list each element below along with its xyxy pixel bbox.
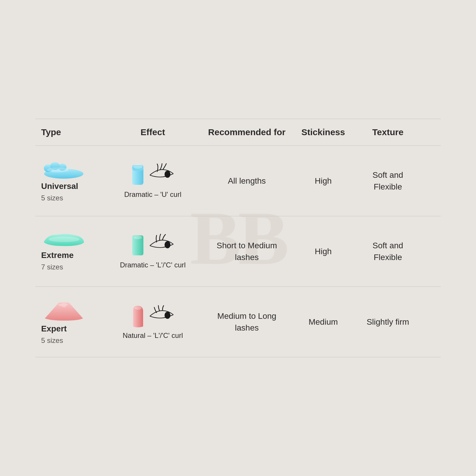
expert-name: Expert: [41, 324, 67, 333]
expert-mini-pad-icon: [131, 304, 145, 328]
type-cell-universal: Universal 5 sizes: [41, 160, 106, 202]
expert-texture: Slightly firm: [367, 316, 409, 328]
svg-point-11: [134, 236, 142, 239]
expert-sizes: 5 sizes: [41, 336, 63, 345]
effect-images-extreme: [131, 234, 175, 257]
expert-stickiness: Medium: [309, 317, 338, 327]
extreme-stickiness: High: [315, 247, 332, 256]
comparison-table: Type Effect Recommended for Stickiness T…: [35, 119, 441, 357]
effect-images-universal: [131, 163, 175, 187]
recommended-cell-universal: All lengths: [200, 175, 294, 187]
svg-point-4: [47, 167, 68, 172]
type-cell-expert: Expert 5 sizes: [41, 299, 106, 345]
universal-mini-pad-icon: [131, 163, 145, 187]
table-header: Type Effect Recommended for Stickiness T…: [35, 119, 441, 146]
col-stickiness-header: Stickiness: [294, 127, 353, 137]
expert-eye-icon: [148, 304, 175, 328]
expert-recommended: Medium to Longlashes: [217, 310, 276, 333]
svg-point-7: [133, 164, 143, 169]
col-effect-header: Effect: [106, 127, 200, 137]
stickiness-cell-extreme: High: [294, 247, 353, 256]
extreme-mini-pad-icon: [131, 234, 145, 257]
extreme-sizes: 7 sizes: [41, 263, 63, 271]
extreme-pad-icon: [41, 232, 87, 248]
effect-cell-extreme: Dramatic – 'L'/'C' curl: [106, 234, 200, 269]
svg-point-14: [165, 312, 170, 319]
recommended-cell-extreme: Short to Mediumlashes: [200, 240, 294, 263]
extreme-texture: Soft andFlexible: [373, 240, 403, 263]
svg-point-12: [165, 241, 170, 248]
row-extreme: Extreme 7 sizes: [35, 216, 441, 287]
recommended-cell-expert: Medium to Longlashes: [200, 310, 294, 333]
row-expert: Expert 5 sizes: [35, 287, 441, 357]
col-recommended-header: Recommended for: [200, 127, 294, 137]
universal-pad-icon: [41, 160, 87, 179]
texture-cell-universal: Soft andFlexible: [353, 169, 423, 192]
texture-cell-extreme: Soft andFlexible: [353, 240, 423, 263]
svg-point-9: [49, 237, 79, 242]
universal-eye-icon: [148, 163, 175, 187]
texture-cell-expert: Slightly firm: [353, 316, 423, 328]
svg-point-13: [135, 306, 142, 310]
col-texture-header: Texture: [353, 127, 423, 137]
universal-effect-label: Dramatic – 'U' curl: [124, 190, 182, 199]
universal-sizes: 5 sizes: [41, 194, 63, 202]
effect-cell-universal: Dramatic – 'U' curl: [106, 163, 200, 199]
type-cell-extreme: Extreme 7 sizes: [41, 232, 106, 271]
stickiness-cell-universal: High: [294, 176, 353, 186]
svg-point-8: [165, 171, 170, 178]
universal-stickiness: High: [315, 176, 332, 186]
col-type-header: Type: [41, 127, 106, 137]
extreme-recommended: Short to Mediumlashes: [217, 240, 277, 263]
stickiness-cell-expert: Medium: [294, 317, 353, 327]
expert-pad-icon: [41, 299, 87, 321]
effect-images-expert: [131, 304, 175, 328]
row-universal: Universal 5 sizes: [35, 146, 441, 216]
expert-effect-label: Natural – 'L'/'C' curl: [123, 331, 183, 340]
extreme-name: Extreme: [41, 251, 74, 260]
effect-cell-expert: Natural – 'L'/'C' curl: [106, 304, 200, 340]
extreme-effect-label: Dramatic – 'L'/'C' curl: [120, 261, 186, 269]
universal-texture: Soft andFlexible: [373, 169, 403, 192]
universal-recommended: All lengths: [228, 175, 266, 187]
extreme-eye-icon: [148, 234, 175, 257]
universal-name: Universal: [41, 182, 78, 191]
